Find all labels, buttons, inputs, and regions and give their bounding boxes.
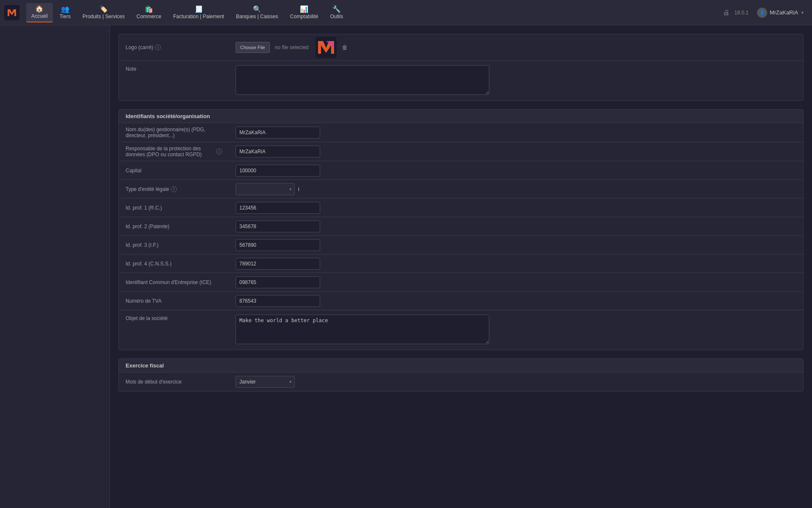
input-5[interactable] [236,221,320,232]
user-chevron-icon: ▼ [801,11,804,15]
field-value-8 [229,274,803,291]
identifiants-row-2: Capital [119,161,803,180]
nav-item-produits[interactable]: 🏷️Produits | Services [77,3,130,22]
nav-menu: 🏠Accueil👥Tiers🏷️Produits | Services🛍️Com… [26,3,723,22]
commerce-nav-icon: 🛍️ [145,6,153,13]
input-2[interactable] [236,165,320,177]
outils-nav-icon: 🔧 [332,6,341,13]
nav-item-banques[interactable]: 🔍Banques | Caisses [231,3,283,22]
identifiants-row-9: Numéro de TVA [119,292,803,310]
input-0[interactable] [236,127,320,138]
field-value-6 [229,237,803,254]
printer-icon[interactable]: 🖨 [723,9,730,17]
identifiants-header: Identifiants société/organisation [119,110,803,123]
layout: Logo (carré) i Choose File no file selec… [0,25,812,508]
logo-section: Logo (carré) i Choose File no file selec… [118,34,804,101]
identifiants-row-5: Id. prof. 2 (Patente) [119,217,803,236]
nav-item-tiers[interactable]: 👥Tiers [55,3,76,22]
field-value-10 [229,310,803,350]
username-label: MrZaKaRiA [770,9,798,16]
version-label: 18.0.1 [735,10,749,16]
textarea-10[interactable] [236,315,489,344]
choose-file-button[interactable]: Choose File [236,42,270,53]
identifiants-row-10: Objet de la société [119,310,803,350]
identifiants-row-3: Type d'entité légaleii [119,180,803,199]
field-label-7: Id. prof. 4 (C.N.S.S.) [119,257,229,270]
exercice-section: Exercice fiscal Mois de début d'exercice… [118,359,804,392]
field-label-9: Numéro de TVA [119,295,229,307]
exercice-value-0: JanvierFévrierMarsAvrilMaiJuinJuilletAoû… [229,373,803,390]
field-value-1 [229,143,803,160]
nav-item-comptabilite[interactable]: 📊Comptabilité [285,3,324,22]
identifiants-row-7: Id. prof. 4 (C.N.S.S.) [119,254,803,273]
field-value-3: i [229,181,803,198]
note-row: Note [119,61,803,100]
logo-preview [315,37,337,58]
field-label-8: Identifiant Commun d'Entreprise (ICE) [119,276,229,289]
identifiants-section: Identifiants société/organisation Nom du… [118,109,804,350]
note-value [229,61,803,100]
identifiants-row-8: Identifiant Commun d'Entreprise (ICE) [119,273,803,292]
field-label-5: Id. prof. 2 (Patente) [119,220,229,233]
select-wrapper-3 [236,183,295,195]
exercice-label-0: Mois de début d'exercice [119,375,229,388]
input-1[interactable] [236,146,320,157]
produits-nav-icon: 🏷️ [99,6,108,13]
identifiants-row-4: Id. prof. 1 (R.C.) [119,199,803,217]
nav-item-facturation[interactable]: 🧾Facturation | Paiement [168,3,229,22]
input-7[interactable] [236,258,320,270]
logo-info-icon[interactable]: i [155,44,161,50]
input-9[interactable] [236,295,320,307]
comptabilite-nav-icon: 📊 [300,6,308,13]
avatar: 👤 [757,8,767,18]
field-value-4 [229,199,803,216]
input-6[interactable] [236,239,320,251]
field-label-4: Id. prof. 1 (R.C.) [119,202,229,214]
sidebar [0,25,110,508]
exercice-row-0: Mois de début d'exerciceJanvierFévrierMa… [119,373,803,391]
logo-row: Logo (carré) i Choose File no file selec… [119,34,803,61]
field-value-9 [229,293,803,309]
nav-right: 🖨 18.0.1 👤 MrZaKaRiA ▼ [723,6,808,19]
nav-item-accueil[interactable]: 🏠Accueil [26,3,53,22]
field-value-5 [229,218,803,235]
topnav: 🏠Accueil👥Tiers🏷️Produits | Services🛍️Com… [0,0,812,25]
accueil-nav-icon: 🏠 [35,6,44,12]
logo-value: Choose File no file selected 🗑 [229,34,803,61]
user-menu[interactable]: 👤 MrZaKaRiA ▼ [754,6,808,19]
logo-label: Logo (carré) i [119,41,229,54]
delete-logo-icon[interactable]: 🗑 [342,44,348,51]
field-label-0: Nom du(des) gestionnaire(s) (PDG, direct… [119,123,229,142]
main-content: Logo (carré) i Choose File no file selec… [110,25,812,508]
nav-item-outils[interactable]: 🔧Outils [325,3,348,22]
exercice-header: Exercice fiscal [119,359,803,373]
tiers-nav-icon: 👥 [61,6,69,13]
nav-item-commerce[interactable]: 🛍️Commerce [132,3,167,22]
exercice-select-0[interactable]: JanvierFévrierMarsAvrilMaiJuinJuilletAoû… [236,376,295,388]
note-label: Note [119,61,229,77]
field-label-2: Capital [119,164,229,177]
input-8[interactable] [236,276,320,288]
select-3[interactable] [236,183,295,195]
field-label-1: Responsable de la protection des données… [119,142,229,161]
field-label-10: Objet de la société [119,310,229,326]
identifiants-row-1: Responsable de la protection des données… [119,142,803,161]
no-file-label: no file selected [275,44,309,50]
identifiants-row-0: Nom du(des) gestionnaire(s) (PDG, direct… [119,123,803,142]
field-label-6: Id. prof. 3 (I.F.) [119,239,229,251]
info-icon-1[interactable]: i [216,149,222,155]
field-label-3: Type d'entité légalei [119,183,229,196]
exercice-select-wrapper-0: JanvierFévrierMarsAvrilMaiJuinJuilletAoû… [236,376,295,388]
banques-nav-icon: 🔍 [253,6,261,13]
field-value-2 [229,162,803,179]
facturation-nav-icon: 🧾 [195,6,203,13]
identifiants-row-6: Id. prof. 3 (I.F.) [119,236,803,254]
note-textarea[interactable] [236,65,489,95]
app-logo[interactable] [4,5,19,20]
info-icon-3[interactable]: i [171,186,177,192]
select-info-icon-3[interactable]: i [298,186,299,192]
field-value-7 [229,255,803,272]
field-value-0 [229,124,803,141]
input-4[interactable] [236,202,320,214]
